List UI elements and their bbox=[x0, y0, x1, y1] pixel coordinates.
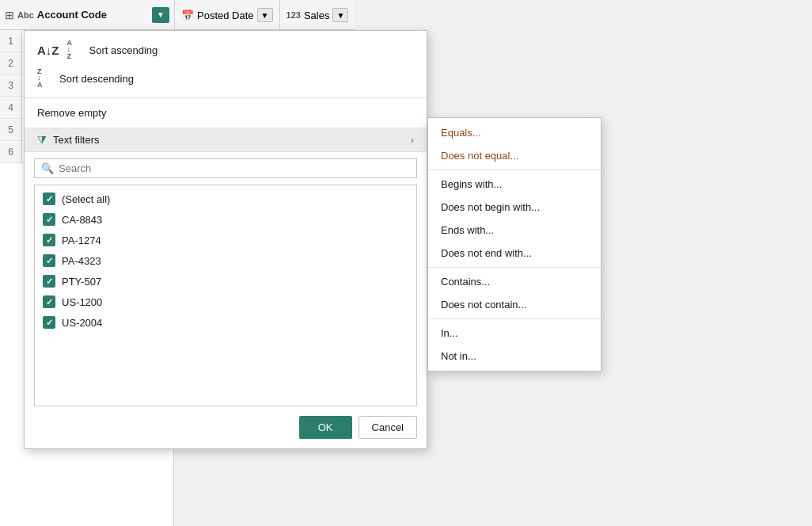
equals-label: Equals... bbox=[441, 127, 481, 139]
check-mark-pa-1274: ✓ bbox=[46, 235, 53, 246]
cancel-button[interactable]: Cancel bbox=[359, 416, 417, 439]
submenu-does-not-equal[interactable]: Does not equal... bbox=[428, 144, 601, 167]
check-mark-pa-4323: ✓ bbox=[46, 256, 53, 266]
submenu-ends-with[interactable]: Ends with... bbox=[428, 219, 601, 242]
posted-date-filter-button[interactable]: ▼ bbox=[257, 8, 273, 22]
remove-empty-item[interactable]: Remove empty bbox=[25, 103, 427, 123]
check-mark-ca-8843: ✓ bbox=[46, 215, 53, 225]
search-box: 🔍 bbox=[34, 158, 417, 178]
checkbox-us-1200-label: US-1200 bbox=[62, 296, 102, 308]
text-filters-submenu: Equals... Does not equal... Begins with.… bbox=[427, 117, 601, 372]
sort-descending-label: Sort descending bbox=[59, 73, 134, 85]
checkbox-pa-1274[interactable]: ✓ PA-1274 bbox=[35, 230, 416, 250]
row-num-4: 4 bbox=[0, 97, 21, 119]
does-not-equal-label: Does not equal... bbox=[441, 150, 518, 162]
sales-filter-button[interactable]: ▼ bbox=[332, 8, 348, 22]
checkbox-us-2004-label: US-2004 bbox=[62, 317, 102, 329]
posted-date-header: 📅 Posted Date ▼ bbox=[174, 0, 279, 30]
checkbox-us-2004-box[interactable]: ✓ bbox=[43, 316, 55, 329]
submenu-equals[interactable]: Equals... bbox=[428, 121, 601, 144]
sort-ascending-item[interactable]: A↓Z A↓Z Sort ascending bbox=[25, 36, 427, 64]
remove-empty-label: Remove empty bbox=[37, 107, 106, 119]
checkbox-select-all-box[interactable]: ✓ bbox=[43, 192, 55, 205]
checkbox-pa-4323-box[interactable]: ✓ bbox=[43, 254, 55, 267]
search-icon: 🔍 bbox=[41, 162, 54, 174]
submenu-does-not-begin-with[interactable]: Does not begin with... bbox=[428, 196, 601, 219]
abc-icon: Abc bbox=[17, 10, 34, 20]
submenu-does-not-end-with[interactable]: Does not end with... bbox=[428, 242, 601, 265]
separator-1 bbox=[428, 170, 601, 170]
checkbox-list: ✓ (Select all) ✓ CA-8843 ✓ PA-1274 ✓ PA-… bbox=[34, 185, 417, 406]
ok-button[interactable]: OK bbox=[299, 416, 352, 439]
not-in-label: Not in... bbox=[441, 350, 476, 362]
checkbox-select-all-label: (Select all) bbox=[62, 193, 110, 205]
submenu-begins-with[interactable]: Begins with... bbox=[428, 173, 601, 196]
submenu-contains[interactable]: Contains... bbox=[428, 270, 601, 293]
submenu-in[interactable]: In... bbox=[428, 322, 601, 345]
checkbox-pa-1274-box[interactable]: ✓ bbox=[43, 234, 55, 246]
begins-with-label: Begins with... bbox=[441, 178, 502, 190]
sort-desc-za-icon: Z↓A bbox=[37, 68, 51, 89]
check-mark-us-2004: ✓ bbox=[46, 318, 53, 328]
checkbox-us-1200[interactable]: ✓ US-1200 bbox=[35, 292, 416, 312]
row-num-5: 5 bbox=[0, 119, 21, 141]
account-code-header: ⊞ Abc Account Code ▼ bbox=[0, 0, 174, 30]
checkbox-us-2004[interactable]: ✓ US-2004 bbox=[35, 312, 416, 333]
check-mark-pty-507: ✓ bbox=[46, 276, 53, 287]
does-not-begin-with-label: Does not begin with... bbox=[441, 201, 540, 213]
chevron-right-icon: › bbox=[411, 135, 414, 146]
check-mark-us-1200: ✓ bbox=[46, 297, 53, 307]
sales-label: Sales bbox=[304, 10, 330, 21]
checkbox-pty-507-label: PTY-507 bbox=[62, 276, 101, 288]
grid-icon: ⊞ bbox=[5, 9, 14, 21]
sort-ascending-label: Sort ascending bbox=[89, 44, 158, 56]
row-number-column: 1 2 3 4 5 6 bbox=[0, 30, 22, 163]
sort-asc-az-icon: A↓Z bbox=[67, 40, 82, 60]
row-num-6: 6 bbox=[0, 141, 21, 163]
text-filters-label: Text filters bbox=[53, 134, 411, 146]
checkbox-ca-8843[interactable]: ✓ CA-8843 bbox=[35, 209, 416, 230]
account-code-title: Account Code bbox=[37, 9, 149, 21]
calendar-icon: 📅 bbox=[181, 10, 194, 21]
checkbox-select-all[interactable]: ✓ (Select all) bbox=[35, 189, 416, 209]
row-num-2: 2 bbox=[0, 52, 21, 74]
filter-actions: OK Cancel bbox=[25, 406, 427, 448]
search-input[interactable] bbox=[59, 162, 410, 174]
account-code-filter-button[interactable]: ▼ bbox=[152, 7, 169, 23]
remove-empty-section: Remove empty bbox=[25, 98, 427, 128]
does-not-contain-label: Does not contain... bbox=[441, 299, 526, 311]
separator-3 bbox=[428, 318, 601, 319]
contains-label: Contains... bbox=[441, 276, 490, 288]
checkbox-pa-4323[interactable]: ✓ PA-4323 bbox=[35, 250, 416, 271]
extra-columns-header: 📅 Posted Date ▼ 123 Sales ▼ bbox=[174, 0, 355, 30]
row-num-1: 1 bbox=[0, 30, 21, 52]
sort-descending-item[interactable]: Z↓A Sort descending bbox=[25, 64, 427, 93]
checkbox-pty-507-box[interactable]: ✓ bbox=[43, 275, 55, 288]
text-filters-item[interactable]: ⧩ Text filters › bbox=[25, 128, 427, 152]
separator-2 bbox=[428, 267, 601, 268]
in-label: In... bbox=[441, 327, 458, 339]
sales-number-icon: 123 bbox=[286, 10, 301, 20]
sort-section: A↓Z A↓Z Sort ascending Z↓A Sort descendi… bbox=[25, 31, 427, 98]
funnel-icon: ⧩ bbox=[37, 133, 47, 147]
checkbox-pty-507[interactable]: ✓ PTY-507 bbox=[35, 271, 416, 292]
does-not-end-with-label: Does not end with... bbox=[441, 247, 532, 259]
ends-with-label: Ends with... bbox=[441, 224, 494, 236]
check-mark-select-all: ✓ bbox=[46, 194, 53, 204]
submenu-not-in[interactable]: Not in... bbox=[428, 345, 601, 368]
checkbox-pa-4323-label: PA-4323 bbox=[62, 255, 101, 267]
submenu-does-not-contain[interactable]: Does not contain... bbox=[428, 293, 601, 316]
checkbox-ca-8843-box[interactable]: ✓ bbox=[43, 213, 55, 226]
row-num-3: 3 bbox=[0, 74, 21, 97]
posted-date-label: Posted Date bbox=[197, 10, 254, 21]
sales-header: 123 Sales ▼ bbox=[279, 0, 355, 30]
search-section: 🔍 bbox=[25, 152, 427, 185]
checkbox-us-1200-box[interactable]: ✓ bbox=[43, 295, 55, 308]
filter-dropdown: A↓Z A↓Z Sort ascending Z↓A Sort descendi… bbox=[24, 30, 427, 449]
checkbox-pa-1274-label: PA-1274 bbox=[62, 234, 101, 246]
checkbox-ca-8843-label: CA-8843 bbox=[62, 214, 102, 226]
sort-ascending-icon: A↓Z bbox=[37, 44, 59, 57]
